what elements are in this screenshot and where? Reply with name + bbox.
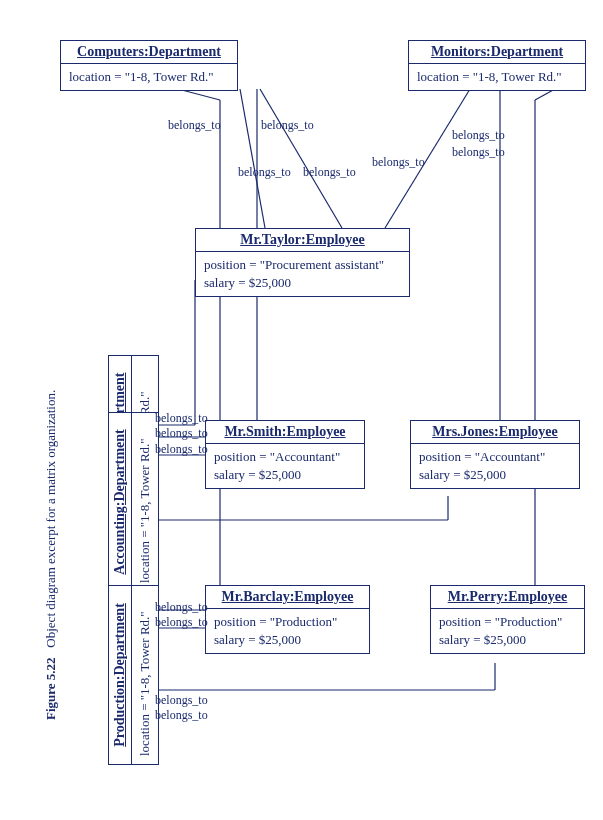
link-label: belongs_to <box>372 155 425 170</box>
attr-position: position = "Production" <box>214 613 361 631</box>
attr-position: position = "Production" <box>439 613 576 631</box>
attr-position: position = "Accountant" <box>419 448 571 466</box>
svg-line-2 <box>240 89 265 228</box>
diagram-page: Computers:Department location = "1-8, To… <box>0 0 603 820</box>
link-label: belongs_to <box>238 165 291 180</box>
figure-caption: Figure 5.22 Object diagram excerpt for a… <box>43 390 59 720</box>
attr-location: location = "1-8, Tower Rd." <box>136 421 154 583</box>
attr-salary: salary = $25,000 <box>439 631 576 649</box>
object-title: Mr.Perry:Employee <box>431 586 584 609</box>
object-title: Accounting:Department <box>109 413 132 591</box>
object-taylor-employee: Mr.Taylor:Employee position = "Procureme… <box>195 228 410 297</box>
attr-position: position = "Procurement assistant" <box>204 256 401 274</box>
object-jones-employee: Mrs.Jones:Employee position = "Accountan… <box>410 420 580 489</box>
attr-salary: salary = $25,000 <box>419 466 571 484</box>
object-accounting-department: Accounting:Department location = "1-8, T… <box>108 412 159 592</box>
link-label: belongs_to <box>168 118 221 133</box>
attr-salary: salary = $25,000 <box>204 274 401 292</box>
link-label: belongs_to <box>155 411 208 426</box>
caption-text: Object diagram excerpt for a matrix orga… <box>43 390 58 648</box>
object-barclay-employee: Mr.Barclay:Employee position = "Producti… <box>205 585 370 654</box>
object-title: Computers:Department <box>61 41 237 64</box>
link-label: belongs_to <box>155 615 208 630</box>
link-label: belongs_to <box>155 600 208 615</box>
object-title: Mr.Smith:Employee <box>206 421 364 444</box>
link-label: belongs_to <box>261 118 314 133</box>
object-computers-department: Computers:Department location = "1-8, To… <box>60 40 238 91</box>
link-label: belongs_to <box>155 693 208 708</box>
link-label: belongs_to <box>452 145 505 160</box>
link-label: belongs_to <box>155 426 208 441</box>
caption-prefix: Figure 5.22 <box>43 657 58 720</box>
object-title: Production:Department <box>109 586 132 764</box>
link-label: belongs_to <box>155 442 208 457</box>
object-title: Monitors:Department <box>409 41 585 64</box>
object-title: Mr.Taylor:Employee <box>196 229 409 252</box>
object-title: Mr.Barclay:Employee <box>206 586 369 609</box>
object-production-department: Production:Department location = "1-8, T… <box>108 585 159 765</box>
attr-salary: salary = $25,000 <box>214 466 356 484</box>
object-monitors-department: Monitors:Department location = "1-8, Tow… <box>408 40 586 91</box>
attr-position: position = "Accountant" <box>214 448 356 466</box>
attr-salary: salary = $25,000 <box>214 631 361 649</box>
link-label: belongs_to <box>155 708 208 723</box>
object-perry-employee: Mr.Perry:Employee position = "Production… <box>430 585 585 654</box>
attr-location: location = "1-8, Tower Rd." <box>69 68 229 86</box>
attr-location: location = "1-8, Tower Rd." <box>136 594 154 756</box>
object-smith-employee: Mr.Smith:Employee position = "Accountant… <box>205 420 365 489</box>
link-label: belongs_to <box>303 165 356 180</box>
object-title: Mrs.Jones:Employee <box>411 421 579 444</box>
attr-location: location = "1-8, Tower Rd." <box>417 68 577 86</box>
svg-line-3 <box>260 89 342 228</box>
link-label: belongs_to <box>452 128 505 143</box>
